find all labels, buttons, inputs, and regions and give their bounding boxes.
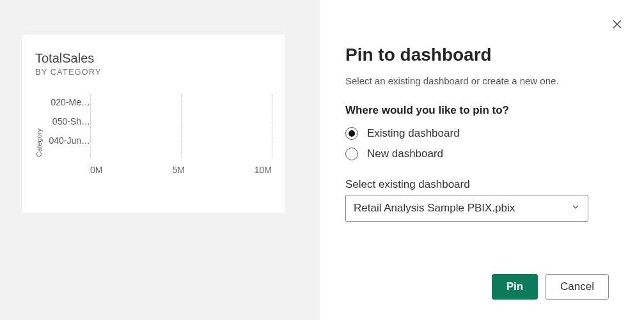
select-value: Retail Analysis Sample PBIX.pbix [354, 202, 515, 215]
radio-existing-dashboard[interactable]: Existing dashboard [345, 123, 609, 144]
chart-preview-pane: TotalSales BY CATEGORY Category 020-Me… … [0, 0, 320, 320]
radio-new-dashboard[interactable]: New dashboard [345, 144, 609, 164]
chevron-down-icon [571, 202, 580, 215]
y-axis-tick-labels: 020-Me… 050-Sh… 040-Jun… [47, 95, 90, 190]
x-axis-tick-labels: 0M 5M 10M [90, 165, 272, 175]
dialog-question: Where would you like to pin to? [345, 104, 609, 117]
close-button[interactable] [611, 18, 624, 31]
radio-icon [345, 148, 358, 160]
x-tick: 5M [172, 165, 184, 175]
cancel-button[interactable]: Cancel [546, 274, 609, 300]
pin-dialog: Pin to dashboard Select an existing dash… [320, 0, 644, 320]
bar-label: 040-Jun… [47, 135, 90, 146]
chart-title: TotalSales [35, 51, 272, 66]
radio-label: Existing dashboard [367, 127, 460, 140]
bar-label: 020-Me… [47, 97, 90, 107]
bar-label: 050-Sh… [47, 116, 90, 126]
plot-area: 0M 5M 10M [90, 95, 272, 190]
radio-group: Existing dashboard New dashboard [345, 123, 609, 164]
dialog-subtitle: Select an existing dashboard or create a… [345, 75, 609, 86]
dashboard-select[interactable]: Retail Analysis Sample PBIX.pbix [345, 195, 588, 222]
chart-card: TotalSales BY CATEGORY Category 020-Me… … [22, 35, 285, 213]
radio-label: New dashboard [367, 148, 443, 160]
select-label: Select existing dashboard [345, 178, 609, 191]
y-axis-label: Category [35, 128, 43, 157]
x-tick: 0M [90, 165, 102, 175]
radio-icon [345, 127, 358, 140]
dialog-title: Pin to dashboard [345, 45, 609, 65]
x-tick: 10M [255, 165, 272, 175]
pin-button[interactable]: Pin [492, 274, 538, 300]
chart-subtitle: BY CATEGORY [35, 67, 272, 77]
